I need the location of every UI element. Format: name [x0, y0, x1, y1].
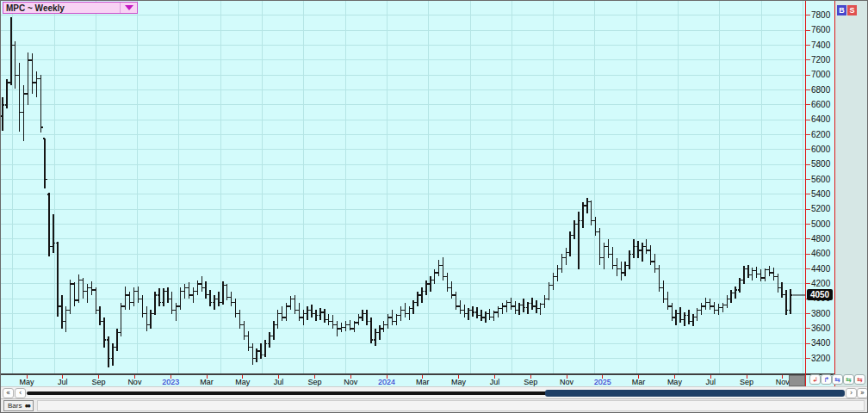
- y-axis-line: [805, 1, 806, 386]
- y-axis-tick: [806, 254, 810, 255]
- y-axis-tick: [806, 313, 810, 314]
- y-axis-tick: [806, 224, 810, 225]
- y-axis-label: 3400: [811, 338, 834, 348]
- y-axis-tick: [806, 358, 810, 359]
- y-axis-tick: [806, 194, 810, 194]
- y-axis-tick: [806, 164, 810, 165]
- y-axis-tick: [806, 15, 810, 15]
- x-axis-label: Nov: [553, 378, 580, 386]
- axis-panel-divider-line: [834, 1, 835, 386]
- ohlc-bars-series: [1, 17, 792, 367]
- y-axis-tick: [806, 209, 810, 210]
- y-axis-label: 5600: [811, 175, 834, 185]
- y-axis-tick: [806, 268, 810, 269]
- scroll-left-button[interactable]: ‹: [15, 388, 26, 398]
- x-axis-label: 2024: [373, 378, 400, 386]
- y-axis-label: 5800: [811, 159, 834, 170]
- x-axis-label: Jul: [697, 378, 724, 386]
- right-side-panel: [835, 1, 867, 386]
- scroll-right-button[interactable]: ›: [846, 388, 857, 398]
- y-axis-tick: [806, 59, 810, 60]
- y-axis-tick: [806, 120, 810, 120]
- y-axis-label: 7600: [811, 25, 834, 35]
- linked-dots-icon: ●●: [24, 403, 29, 410]
- x-axis-label: 2023: [157, 378, 184, 386]
- x-axis-label: May: [229, 378, 257, 386]
- x-axis-label: May: [660, 378, 688, 386]
- scrollbar-thumb[interactable]: [545, 390, 845, 397]
- chart-nav-zoom-range-blue-button[interactable]: ⇆: [832, 374, 843, 385]
- y-axis-label: 3200: [811, 354, 834, 364]
- buy-button[interactable]: B: [837, 5, 846, 15]
- chart-nav-pan-left-button[interactable]: ↲: [809, 374, 821, 385]
- x-axis-label: Jul: [265, 378, 293, 386]
- y-axis-tick: [806, 149, 810, 150]
- price-chart-plot[interactable]: [1, 1, 805, 373]
- chart-nav-zoom-range-red-button[interactable]: ⇆: [854, 374, 865, 385]
- x-axis-label: Sep: [85, 378, 113, 386]
- symbol-timeframe-dropdown[interactable]: MPC ~ Weekly: [3, 2, 138, 14]
- x-axis-label: May: [445, 378, 473, 386]
- scrollbar-track-line[interactable]: [27, 391, 552, 395]
- y-axis-label: 5400: [811, 189, 834, 200]
- y-axis-tick: [806, 179, 810, 180]
- y-axis-label: 3800: [811, 309, 834, 319]
- y-axis-label: 6000: [811, 145, 834, 155]
- y-axis-tick: [806, 45, 810, 46]
- symbol-timeframe-label: MPC ~ Weekly: [3, 3, 65, 13]
- x-axis-label: Sep: [301, 378, 328, 386]
- y-axis-label: 4400: [811, 264, 834, 274]
- charting-app-window: MPC ~ Weekly 780076007400720070006800660…: [0, 0, 868, 413]
- x-axis-label: May: [13, 378, 40, 386]
- y-axis-tick: [806, 75, 810, 76]
- sell-button[interactable]: S: [847, 5, 857, 15]
- chart-nav-buttons: ↲↱⇆⇆⇆: [809, 374, 865, 385]
- bars-tab-label: Bars: [8, 402, 22, 410]
- y-axis-tick: [806, 238, 810, 239]
- y-axis-label: 7200: [811, 55, 834, 65]
- x-axis-label: Jul: [49, 378, 77, 386]
- y-axis-tick: [806, 89, 810, 90]
- y-axis-label: 7000: [811, 70, 834, 80]
- chart-nav-pan-right-button[interactable]: ↱: [821, 374, 832, 385]
- y-axis-label: 6800: [811, 85, 834, 96]
- x-axis-label: Mar: [625, 378, 653, 386]
- y-axis-label: 6400: [811, 114, 834, 125]
- y-axis-tick: [806, 283, 810, 284]
- axis-resize-grip[interactable]: [789, 375, 805, 386]
- y-axis-tick: [806, 328, 810, 329]
- x-axis-label: Sep: [517, 378, 544, 386]
- y-axis-tick: [806, 134, 810, 135]
- y-axis-label: 4600: [811, 249, 834, 259]
- y-axis-label: 4200: [811, 279, 834, 289]
- y-axis-tick: [806, 104, 810, 105]
- y-axis-label: 3600: [811, 324, 834, 334]
- chart-scrollbar[interactable]: « ‹ › »: [1, 386, 867, 398]
- x-axis-label: Nov: [121, 378, 148, 386]
- x-axis-label: Sep: [733, 378, 760, 386]
- y-axis-label: 5200: [811, 204, 834, 214]
- y-axis-tick: [806, 343, 810, 344]
- y-axis[interactable]: 7800760074007200700068006600640062006000…: [806, 1, 834, 373]
- y-axis-label: 5000: [811, 219, 834, 230]
- y-axis-label: 6200: [811, 130, 834, 140]
- chart-nav-zoom-range-green-button[interactable]: ⇆: [843, 374, 854, 385]
- chevron-down-icon: [125, 5, 133, 10]
- y-axis-label: 4800: [811, 234, 834, 244]
- scroll-far-right-button[interactable]: »: [857, 388, 868, 398]
- status-bar: Bars ●●: [1, 398, 867, 412]
- status-message-field: [37, 400, 865, 411]
- x-axis[interactable]: MayJulSepNov2023MarMayJulSepNov2024MarMa…: [1, 373, 834, 386]
- y-axis-tick: [806, 30, 810, 31]
- y-axis-label: 7800: [811, 10, 834, 21]
- x-axis-label: Mar: [193, 378, 220, 386]
- dropdown-arrow-box[interactable]: [120, 3, 137, 13]
- x-axis-label: 2025: [589, 378, 617, 386]
- last-price-badge: 4050: [807, 289, 833, 300]
- x-axis-label: Jul: [480, 378, 508, 386]
- scroll-far-left-button[interactable]: «: [3, 388, 14, 398]
- bars-tab[interactable]: Bars ●●: [3, 400, 34, 411]
- x-axis-label: Nov: [337, 378, 364, 386]
- y-axis-label: 7400: [811, 40, 834, 51]
- x-axis-label: Mar: [409, 378, 437, 386]
